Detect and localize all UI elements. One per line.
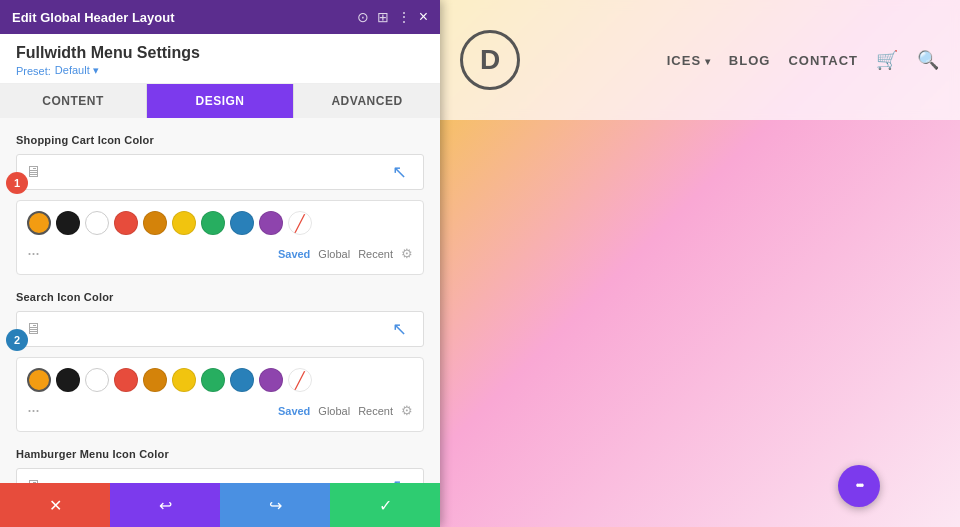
swatch-black-1[interactable]: [56, 211, 80, 235]
badge-2: 2: [6, 329, 28, 351]
swatch-yellow-2[interactable]: [172, 368, 196, 392]
cursor-icon-2: ↖: [392, 318, 415, 340]
swatches-row-1: ╱: [27, 211, 413, 235]
footer-row-1: ··· Saved Global Recent ⚙: [27, 243, 413, 264]
section-label-1: Shopping Cart Icon Color: [16, 134, 424, 146]
title-bar-icons: ⊙ ⊞ ⋮ ×: [357, 8, 428, 26]
save-button[interactable]: ✓: [330, 483, 440, 527]
monitor-icon-3: 🖥: [25, 477, 41, 483]
section-search: 2 Search Icon Color 🖥 ↖: [16, 291, 424, 432]
swatch-none-1[interactable]: ╱: [288, 211, 312, 235]
preset-label: Preset: Default ▾: [16, 64, 424, 77]
fab-button[interactable]: •••: [838, 465, 880, 507]
saved-label-2[interactable]: Saved: [278, 405, 310, 417]
color-swatches-2: ╱ ··· Saved Global Recent ⚙: [16, 357, 424, 432]
footer-row-2: ··· Saved Global Recent ⚙: [27, 400, 413, 421]
cursor-icon-3: ↖: [392, 475, 415, 483]
monitor-icon-1: 🖥: [25, 163, 41, 181]
layout-icon[interactable]: ⊞: [377, 9, 389, 25]
subtitle-bar: Fullwidth Menu Settings Preset: Default …: [0, 34, 440, 84]
monitor-icon-2: 🖥: [25, 320, 41, 338]
more-icon[interactable]: ⋮: [397, 9, 411, 25]
panel-title: Fullwidth Menu Settings: [16, 44, 424, 62]
swatch-green-2[interactable]: [201, 368, 225, 392]
swatch-orange-1[interactable]: [27, 211, 51, 235]
section-hamburger: 3 Hamburger Menu Icon Color 🖥 ↖: [16, 448, 424, 483]
swatch-black-2[interactable]: [56, 368, 80, 392]
section-shopping-cart: 1 Shopping Cart Icon Color 🖥 ↖: [16, 134, 424, 275]
section-label-3: Hamburger Menu Icon Color: [16, 448, 424, 460]
search-icon[interactable]: 🔍: [917, 49, 940, 71]
swatch-none-2[interactable]: ╱: [288, 368, 312, 392]
cursor-icon-1: ↖: [392, 161, 415, 183]
tab-design[interactable]: Design: [147, 84, 294, 118]
swatch-amber-2[interactable]: [143, 368, 167, 392]
nav-logo: D: [460, 30, 520, 90]
recent-label-1[interactable]: Recent: [358, 248, 393, 260]
recent-label-2[interactable]: Recent: [358, 405, 393, 417]
modal-title: Edit Global Header Layout: [12, 10, 175, 25]
global-label-1[interactable]: Global: [318, 248, 350, 260]
tab-content[interactable]: Content: [0, 84, 147, 118]
close-button[interactable]: ×: [419, 8, 428, 26]
focus-icon[interactable]: ⊙: [357, 9, 369, 25]
dots-icon-1[interactable]: ···: [27, 243, 39, 264]
preview-nav: D ICES BLOG CONTACT 🛒 🔍: [440, 0, 960, 527]
nav-link-ices[interactable]: ICES: [667, 53, 711, 68]
dots-icon-2[interactable]: ···: [27, 400, 39, 421]
cart-icon[interactable]: 🛒: [876, 49, 899, 71]
fab-icon: •••: [856, 479, 863, 493]
modal-panel: Edit Global Header Layout ⊙ ⊞ ⋮ × Fullwi…: [0, 0, 440, 527]
nav-link-contact[interactable]: CONTACT: [788, 53, 858, 68]
swatch-purple-1[interactable]: [259, 211, 283, 235]
saved-label-1[interactable]: Saved: [278, 248, 310, 260]
swatch-blue-2[interactable]: [230, 368, 254, 392]
nav-link-blog[interactable]: BLOG: [729, 53, 771, 68]
color-swatches-1: ╱ ··· Saved Global Recent ⚙: [16, 200, 424, 275]
tab-bar: Content Design Advanced: [0, 84, 440, 118]
swatches-row-2: ╱: [27, 368, 413, 392]
cancel-button[interactable]: ✕: [0, 483, 110, 527]
swatch-orange-2[interactable]: [27, 368, 51, 392]
swatch-white-1[interactable]: [85, 211, 109, 235]
swatch-red-2[interactable]: [114, 368, 138, 392]
color-preview-1[interactable]: 🖥 ↖: [16, 154, 424, 190]
footer-options-2: Saved Global Recent ⚙: [278, 403, 413, 418]
title-bar: Edit Global Header Layout ⊙ ⊞ ⋮ ×: [0, 0, 440, 34]
swatch-purple-2[interactable]: [259, 368, 283, 392]
swatch-green-1[interactable]: [201, 211, 225, 235]
swatch-red-1[interactable]: [114, 211, 138, 235]
global-label-2[interactable]: Global: [318, 405, 350, 417]
color-preview-3[interactable]: 🖥 ↖: [16, 468, 424, 483]
gear-icon-2[interactable]: ⚙: [401, 403, 413, 418]
swatch-amber-1[interactable]: [143, 211, 167, 235]
badge-1: 1: [6, 172, 28, 194]
tab-advanced[interactable]: Advanced: [294, 84, 440, 118]
swatch-yellow-1[interactable]: [172, 211, 196, 235]
swatch-blue-1[interactable]: [230, 211, 254, 235]
footer-options-1: Saved Global Recent ⚙: [278, 246, 413, 261]
nav-header: D ICES BLOG CONTACT 🛒 🔍: [440, 0, 960, 120]
preset-value[interactable]: Default ▾: [55, 64, 99, 77]
undo-button[interactable]: ↩: [110, 483, 220, 527]
color-preview-2[interactable]: 🖥 ↖: [16, 311, 424, 347]
section-label-2: Search Icon Color: [16, 291, 424, 303]
action-bar: ✕ ↩ ↪ ✓: [0, 483, 440, 527]
preset-text: Preset:: [16, 65, 51, 77]
panel-content: 1 Shopping Cart Icon Color 🖥 ↖: [0, 118, 440, 483]
swatch-white-2[interactable]: [85, 368, 109, 392]
redo-button[interactable]: ↪: [220, 483, 330, 527]
gear-icon-1[interactable]: ⚙: [401, 246, 413, 261]
nav-links: ICES BLOG CONTACT 🛒 🔍: [540, 49, 940, 71]
